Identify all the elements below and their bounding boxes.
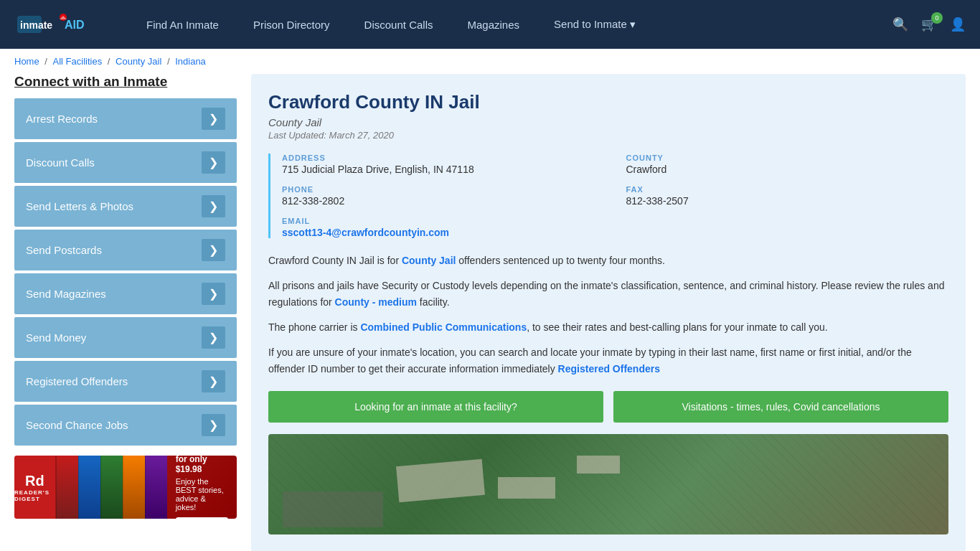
- breadcrumb-county-jail[interactable]: County Jail: [116, 56, 161, 67]
- desc-paragraph-3: The phone carrier is Combined Public Com…: [268, 319, 948, 336]
- info-grid: ADDRESS 715 Judicial Plaza Drive, Englis…: [268, 154, 948, 238]
- info-address: ADDRESS 715 Judicial Plaza Drive, Englis…: [282, 154, 605, 175]
- registered-offenders-link[interactable]: Registered Offenders: [558, 363, 660, 375]
- nav-magazines[interactable]: Magazines: [450, 0, 537, 49]
- phone-value: 812-338-2802: [282, 195, 605, 207]
- desc-paragraph-4: If you are unsure of your inmate's locat…: [268, 344, 948, 377]
- action-buttons: Looking for an inmate at this facility? …: [268, 391, 948, 423]
- info-phone: PHONE 812-338-2802: [282, 185, 605, 207]
- arrow-icon-7: ❯: [202, 414, 225, 436]
- email-value[interactable]: sscott13-4@crawfordcountyin.com: [282, 227, 948, 238]
- breadcrumb-indiana[interactable]: Indiana: [175, 56, 206, 67]
- search-icon[interactable]: 🔍: [892, 17, 908, 32]
- ad-title: 1 Year Subscription for only $19.98: [176, 456, 228, 474]
- facility-name: Crawford County IN Jail: [268, 91, 948, 113]
- nav-prison-directory[interactable]: Prison Directory: [236, 0, 347, 49]
- svg-text:AID: AID: [65, 19, 85, 31]
- address-value: 715 Judicial Plaza Drive, English, IN 47…: [282, 164, 605, 175]
- nav-find-inmate[interactable]: Find An Inmate: [129, 0, 236, 49]
- cart-badge: 0: [931, 12, 943, 24]
- mag-cover-5: [145, 456, 167, 519]
- arrow-icon-4: ❯: [202, 283, 225, 305]
- phone-label: PHONE: [282, 185, 605, 194]
- arrow-icon-6: ❯: [202, 370, 225, 392]
- sidebar-label-arrest-records: Arrest Records: [26, 113, 98, 125]
- mag-cover-1: [56, 456, 78, 519]
- desc-paragraph-1: Crawford County IN Jail is for County Ja…: [268, 253, 948, 269]
- fax-label: FAX: [626, 185, 949, 194]
- breadcrumb-all-facilities[interactable]: All Facilities: [53, 56, 103, 67]
- navbar: inmate AID Find An Inmate Prison Directo…: [0, 0, 980, 49]
- sidebar: Connect with an Inmate Arrest Records ❯ …: [14, 74, 237, 551]
- sidebar-label-second-chance-jobs: Second Chance Jobs: [26, 419, 128, 431]
- arrow-icon-1: ❯: [202, 151, 225, 174]
- sidebar-item-send-postcards[interactable]: Send Postcards ❯: [14, 230, 237, 270]
- desc-paragraph-2: All prisons and jails have Security or C…: [268, 278, 948, 311]
- address-label: ADDRESS: [282, 154, 605, 162]
- visitations-button[interactable]: Visitations - times, rules, Covid cancel…: [613, 391, 948, 423]
- county-medium-link[interactable]: County - medium: [335, 296, 417, 308]
- sidebar-title: Connect with an Inmate: [14, 74, 237, 90]
- info-fax: FAX 812-338-2507: [626, 185, 949, 207]
- info-email: EMAIL sscott13-4@crawfordcountyin.com: [282, 217, 948, 238]
- ad-rd-text: Rd: [25, 473, 44, 489]
- sidebar-label-send-postcards: Send Postcards: [26, 244, 102, 256]
- arrow-icon-2: ❯: [202, 195, 225, 217]
- facility-type: County Jail: [268, 116, 948, 128]
- county-label: COUNTY: [626, 154, 949, 162]
- content-wrapper: Connect with an Inmate Arrest Records ❯ …: [0, 74, 980, 551]
- ad-subscribe-button[interactable]: Subscribe Now: [176, 517, 228, 519]
- sidebar-item-second-chance-jobs[interactable]: Second Chance Jobs ❯: [14, 405, 237, 446]
- breadcrumb-home[interactable]: Home: [14, 56, 39, 67]
- nav-discount-calls[interactable]: Discount Calls: [347, 0, 451, 49]
- mag-cover-2: [78, 456, 100, 519]
- nav-links: Find An Inmate Prison Directory Discount…: [129, 0, 892, 49]
- mag-cover-4: [123, 456, 145, 519]
- sidebar-label-send-magazines: Send Magazines: [26, 288, 106, 300]
- find-inmate-button[interactable]: Looking for an inmate at this facility?: [268, 391, 603, 423]
- ad-subtitle: Enjoy the BEST stories, advice & jokes!: [176, 477, 228, 512]
- sidebar-label-send-letters: Send Letters & Photos: [26, 200, 133, 212]
- building-shape-3: [577, 456, 620, 474]
- nav-right: 🔍 🛒 0 👤: [892, 17, 966, 32]
- ad-brand: READER'S DIGEST: [14, 489, 55, 502]
- arrow-icon-5: ❯: [202, 326, 225, 349]
- svg-text:inmate: inmate: [20, 19, 52, 31]
- sidebar-label-send-money: Send Money: [26, 331, 86, 344]
- sidebar-label-discount-calls: Discount Calls: [26, 156, 95, 169]
- cart-icon[interactable]: 🛒 0: [921, 17, 937, 32]
- breadcrumb: Home / All Facilities / County Jail / In…: [0, 49, 980, 74]
- combined-public-link[interactable]: Combined Public Communications: [360, 321, 527, 333]
- sidebar-item-send-money[interactable]: Send Money ❯: [14, 317, 237, 358]
- ad-content: 1 Year Subscription for only $19.98 Enjo…: [167, 456, 237, 519]
- fax-value: 812-338-2507: [626, 195, 949, 207]
- ad-logo: Rd READER'S DIGEST: [14, 456, 56, 519]
- sidebar-label-registered-offenders: Registered Offenders: [26, 375, 128, 387]
- logo[interactable]: inmate AID: [14, 10, 100, 39]
- building-shape-1: [396, 458, 485, 501]
- parking-lot: [283, 491, 383, 527]
- sidebar-item-discount-calls[interactable]: Discount Calls ❯: [14, 142, 237, 183]
- county-value: Crawford: [626, 164, 949, 175]
- aerial-photo: [268, 434, 948, 534]
- arrow-icon-3: ❯: [202, 239, 225, 261]
- county-jail-link[interactable]: County Jail: [402, 255, 456, 266]
- sidebar-item-send-magazines[interactable]: Send Magazines ❯: [14, 273, 237, 314]
- sidebar-item-send-letters[interactable]: Send Letters & Photos ❯: [14, 186, 237, 227]
- sidebar-item-registered-offenders[interactable]: Registered Offenders ❯: [14, 361, 237, 402]
- info-county: COUNTY Crawford: [626, 154, 949, 175]
- nav-send-to-inmate[interactable]: Send to Inmate ▾: [537, 0, 653, 49]
- main-content: Crawford County IN Jail County Jail Last…: [251, 74, 966, 551]
- arrow-icon-0: ❯: [202, 108, 225, 130]
- user-icon[interactable]: 👤: [950, 17, 966, 32]
- building-shape-2: [498, 477, 555, 499]
- description: Crawford County IN Jail is for County Ja…: [268, 253, 948, 378]
- facility-updated: Last Updated: March 27, 2020: [268, 130, 948, 141]
- mag-cover-3: [100, 456, 123, 519]
- sidebar-item-arrest-records[interactable]: Arrest Records ❯: [14, 98, 237, 139]
- email-label: EMAIL: [282, 217, 948, 225]
- ad-banner[interactable]: Rd READER'S DIGEST 1 Year Subscription f…: [14, 456, 237, 519]
